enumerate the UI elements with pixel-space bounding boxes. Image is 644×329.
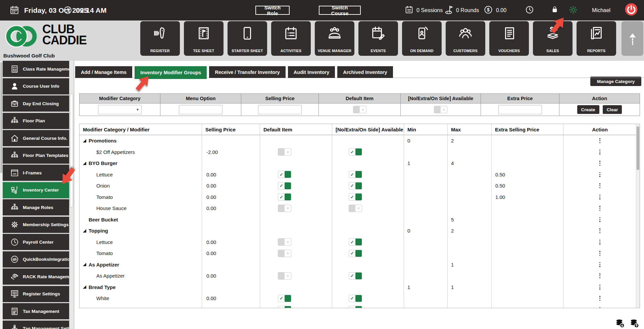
grid-col-selling-price[interactable]: Selling Price bbox=[202, 124, 260, 135]
toggle-on[interactable] bbox=[349, 306, 362, 308]
toggle-off[interactable] bbox=[278, 205, 291, 212]
toggle-off[interactable] bbox=[278, 148, 291, 156]
tab-archived-inventory[interactable]: Archived Inventory bbox=[337, 66, 393, 78]
toggle-on[interactable] bbox=[349, 250, 362, 257]
sidebar-item-floor-plan-templates[interactable]: Floor Plan Templates bbox=[3, 148, 69, 164]
grid-col-action[interactable]: Action bbox=[563, 124, 636, 135]
kebab-vertical-icon[interactable] bbox=[597, 238, 602, 246]
kebab-vertical-icon[interactable] bbox=[597, 306, 602, 308]
kebab-vertical-icon[interactable] bbox=[597, 148, 602, 156]
toggle-on[interactable] bbox=[278, 182, 291, 190]
tab-add-manage-items[interactable]: Add / Manage Items bbox=[75, 66, 132, 78]
modifier-category-select[interactable]: ▾ bbox=[98, 105, 142, 114]
sidebar-item-inventory-center[interactable]: Inventory Center bbox=[3, 182, 69, 198]
nav-customers[interactable]: CUSTOMERS bbox=[446, 21, 485, 56]
sidebar-item-manage-roles[interactable]: Manage Roles bbox=[3, 199, 69, 215]
toggle-on[interactable] bbox=[278, 193, 291, 201]
kebab-vertical-icon[interactable] bbox=[597, 249, 602, 257]
toggle-off[interactable] bbox=[278, 238, 291, 246]
toggle-on[interactable] bbox=[349, 182, 362, 190]
clear-button[interactable]: Clear bbox=[603, 105, 622, 114]
sidebar-left-scrollbar[interactable] bbox=[0, 61, 3, 329]
toggle-on[interactable] bbox=[278, 295, 291, 302]
sidebar-item-general-course-info[interactable]: General Course Info. bbox=[3, 130, 69, 146]
nav-register[interactable]: REGISTER bbox=[140, 21, 180, 56]
sidebar-item-day-end-closing[interactable]: Day End Closing bbox=[3, 95, 69, 112]
toggle-on[interactable] bbox=[349, 238, 362, 246]
kebab-vertical-icon[interactable] bbox=[597, 204, 602, 212]
grid-col-default-item[interactable]: Default Item bbox=[260, 124, 332, 135]
nav-activities[interactable]: ACTIVITIES bbox=[271, 21, 311, 56]
kebab-vertical-icon[interactable] bbox=[597, 294, 602, 302]
default-item-toggle[interactable] bbox=[353, 106, 366, 113]
sidebar-item-quickbooksintegration[interactable]: qbQuickBooksIntegration bbox=[3, 251, 69, 268]
toggle-on[interactable] bbox=[349, 193, 362, 201]
toggle-on[interactable] bbox=[349, 148, 362, 156]
user-name[interactable]: Michael bbox=[592, 7, 610, 13]
sidebar-item-rack-rate-manageme[interactable]: $RACK Rate Manageme... bbox=[3, 269, 69, 285]
switch-role-button[interactable]: Switch Role bbox=[255, 6, 290, 15]
grid-col--no-extra-on-side-available[interactable]: [No/Extra/On Side] Available bbox=[332, 124, 404, 135]
nav-vouchers[interactable]: VOUCHERS bbox=[489, 21, 529, 56]
sidebar-item-tag-management-setti[interactable]: Tag Management Setti... bbox=[3, 321, 69, 329]
scroll-top-button[interactable] bbox=[622, 21, 643, 56]
toggle-off[interactable] bbox=[349, 205, 362, 212]
switch-course-button[interactable]: Switch Course bbox=[319, 6, 361, 15]
kebab-vertical-icon[interactable] bbox=[597, 216, 602, 223]
kebab-vertical-icon[interactable] bbox=[597, 137, 602, 145]
sidebar-item-course-user-info[interactable]: Course User Info bbox=[3, 78, 69, 94]
grid-scrollbar[interactable] bbox=[636, 124, 640, 308]
sidebar-item-tax-management[interactable]: TAXTax Management bbox=[3, 303, 69, 319]
selling-price-input[interactable] bbox=[258, 105, 302, 114]
tab-receive-transfer-inventory[interactable]: Receive / Transfer Inventory bbox=[209, 66, 285, 78]
collapse-icon[interactable] bbox=[83, 162, 86, 165]
sidebar-item-payroll-center[interactable]: Payroll Center bbox=[3, 234, 69, 250]
tab-audit-inventory[interactable]: Audit Inventory bbox=[288, 66, 335, 78]
kebab-vertical-icon[interactable] bbox=[597, 227, 602, 235]
grid-col-max[interactable]: Max bbox=[448, 124, 492, 135]
manage-category-button[interactable]: Manage Category bbox=[590, 77, 641, 86]
toggle-on[interactable] bbox=[278, 171, 291, 178]
collapse-icon[interactable] bbox=[83, 139, 86, 142]
nav-reports[interactable]: REPORTS bbox=[577, 21, 616, 56]
nav-starter-sheet[interactable]: STARTER SHEET bbox=[228, 21, 267, 56]
time-clock-icon[interactable] bbox=[525, 5, 534, 14]
collapse-icon[interactable] bbox=[83, 263, 86, 266]
nav-on-demand[interactable]: ON DEMAND bbox=[402, 21, 442, 56]
create-button[interactable]: Create bbox=[577, 105, 599, 114]
settings-gear-icon[interactable] bbox=[568, 5, 578, 14]
grid-col-modifier-category-modifier[interactable]: Modifier Category / Modifier bbox=[80, 124, 202, 135]
extra-price-input[interactable] bbox=[498, 105, 542, 114]
toggle-off[interactable] bbox=[278, 272, 291, 280]
kebab-vertical-icon[interactable] bbox=[597, 193, 602, 201]
collapse-icon[interactable] bbox=[83, 229, 86, 233]
nav-events[interactable]: EVENTS bbox=[358, 21, 398, 56]
nav-venue-manager[interactable]: VENUE MANAGER bbox=[315, 21, 354, 56]
sidebar-item-class-rate-management[interactable]: Class Rate Management bbox=[3, 61, 69, 77]
toggle-on[interactable] bbox=[349, 272, 362, 280]
toggle-off[interactable] bbox=[278, 250, 291, 257]
kebab-vertical-icon[interactable] bbox=[597, 171, 602, 178]
power-button[interactable] bbox=[625, 3, 638, 16]
grid-col-extra-selling-price[interactable]: Extra Selling Price bbox=[492, 124, 563, 135]
lock-icon[interactable] bbox=[551, 5, 559, 13]
toggle-on[interactable] bbox=[349, 295, 362, 302]
kebab-vertical-icon[interactable] bbox=[597, 159, 602, 167]
kebab-vertical-icon[interactable] bbox=[597, 182, 602, 190]
kebab-vertical-icon[interactable] bbox=[597, 272, 602, 280]
toggle-on[interactable] bbox=[349, 171, 362, 178]
sidebar-scrollbar[interactable] bbox=[69, 61, 74, 329]
data-upload-icon[interactable] bbox=[630, 319, 640, 328]
data-export-down-icon[interactable] bbox=[615, 319, 625, 328]
sidebar-item-floor-plan[interactable]: Floor Plan bbox=[3, 113, 69, 129]
nav-tee-sheet[interactable]: TEE SHEET bbox=[184, 21, 224, 56]
available-toggle[interactable] bbox=[434, 106, 447, 113]
grid-col-min[interactable]: Min bbox=[404, 124, 448, 135]
kebab-vertical-icon[interactable] bbox=[597, 283, 602, 291]
collapse-icon[interactable] bbox=[83, 285, 86, 289]
menu-option-input[interactable] bbox=[179, 105, 222, 114]
sidebar-item-register-settings[interactable]: Register Settings bbox=[3, 286, 69, 302]
sidebar-item-membership-settings[interactable]: Membership Settings bbox=[3, 217, 69, 233]
toggle-on[interactable] bbox=[278, 306, 291, 308]
kebab-vertical-icon[interactable] bbox=[597, 261, 602, 269]
